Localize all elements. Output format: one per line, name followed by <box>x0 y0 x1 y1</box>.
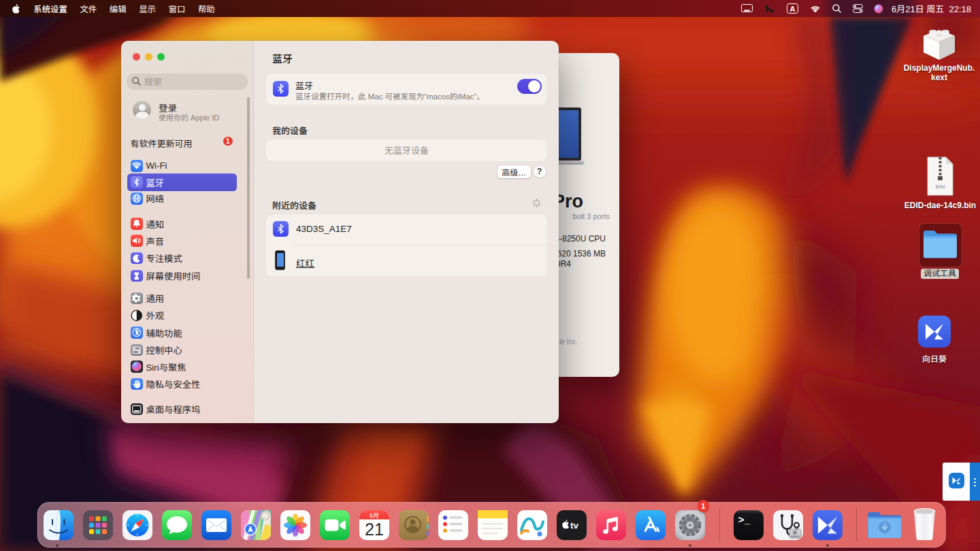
svg-text:21: 21 <box>365 520 384 539</box>
svg-text:>_: >_ <box>738 515 751 527</box>
svg-text:6月: 6月 <box>370 512 379 518</box>
svg-text:BIN: BIN <box>936 184 945 190</box>
svg-text:tv: tv <box>570 520 578 531</box>
